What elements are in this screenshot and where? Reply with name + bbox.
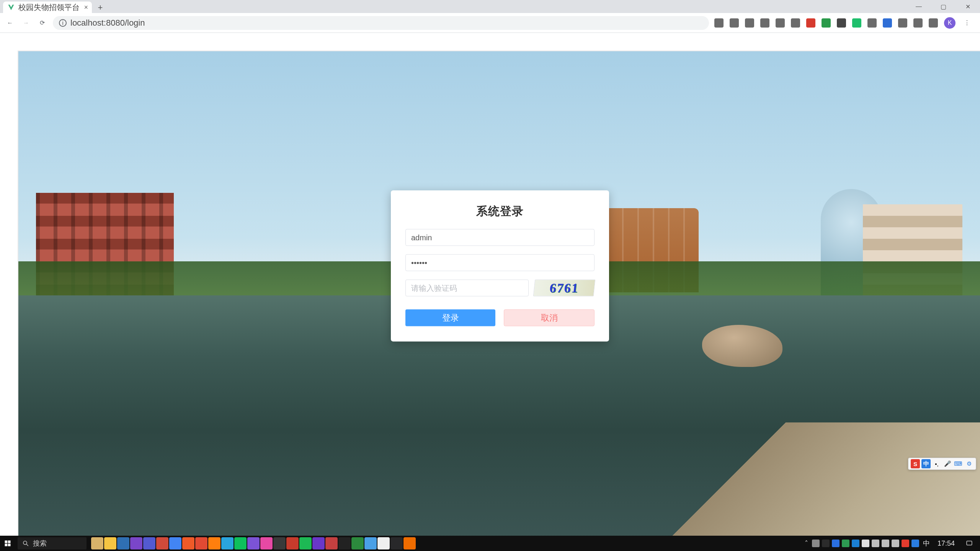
- extension-icon[interactable]: [714, 18, 724, 28]
- taskbar-app-icon[interactable]: [312, 537, 325, 549]
- window-close-button[interactable]: ✕: [956, 0, 980, 13]
- extension-icon[interactable]: [806, 18, 815, 28]
- extension-icon[interactable]: [760, 18, 769, 28]
- taskbar-app-icon[interactable]: [260, 537, 273, 549]
- password-input[interactable]: [405, 254, 595, 271]
- ime-floating-bar[interactable]: S 中 •, 🎤 ⌨ ⚙: [908, 458, 976, 470]
- username-input[interactable]: [405, 229, 595, 246]
- extension-icon[interactable]: [852, 18, 861, 28]
- ime-keyboard-icon[interactable]: ⌨: [954, 459, 963, 468]
- tray-icon[interactable]: [852, 540, 859, 547]
- taskbar-app-icon[interactable]: [208, 537, 220, 549]
- login-card: 系统登录 6761 登录 取消: [391, 191, 609, 342]
- tray-icon[interactable]: [892, 540, 899, 547]
- tray-icon[interactable]: [812, 540, 820, 547]
- browser-toolbar: ← → ⟳ i localhost:8080/login K ⋮: [0, 13, 980, 33]
- extension-icon[interactable]: [791, 18, 800, 28]
- new-tab-button[interactable]: +: [95, 2, 106, 13]
- window-controls: — ▢ ✕: [906, 0, 980, 13]
- login-button[interactable]: 登录: [405, 310, 495, 326]
- taskbar-clock[interactable]: 17:54: [934, 540, 959, 548]
- taskbar-app-icon[interactable]: [325, 537, 338, 549]
- notification-center-icon[interactable]: [962, 536, 976, 551]
- taskbar-app-icon[interactable]: [247, 537, 260, 549]
- taskbar-app-icon[interactable]: [234, 537, 247, 549]
- taskbar-app-icon[interactable]: [182, 537, 194, 549]
- cancel-button[interactable]: 取消: [504, 310, 595, 326]
- page-viewport[interactable]: 系统登录 6761 登录 取消 S 中 •, 🎤 ⌨ ⚙: [0, 33, 980, 536]
- svg-rect-2: [5, 544, 8, 546]
- ime-punct-icon[interactable]: •,: [932, 459, 941, 468]
- login-title: 系统登录: [405, 204, 595, 219]
- tray-icon[interactable]: [872, 540, 879, 547]
- extension-icon[interactable]: [745, 18, 754, 28]
- taskbar-app-icon[interactable]: [117, 537, 129, 549]
- captcha-image[interactable]: 6761: [533, 280, 596, 297]
- extension-icon[interactable]: [730, 18, 739, 28]
- taskbar-app-icon[interactable]: [221, 537, 234, 549]
- tab-close-icon[interactable]: ×: [84, 3, 88, 11]
- taskbar-app-icon[interactable]: [130, 537, 142, 549]
- taskbar-app-icon[interactable]: [104, 537, 116, 549]
- svg-rect-1: [8, 541, 11, 543]
- taskbar-app-icon[interactable]: [286, 537, 299, 549]
- ime-settings-icon[interactable]: ⚙: [964, 459, 973, 468]
- tray-icon[interactable]: [832, 540, 840, 547]
- taskbar-app-icon[interactable]: [169, 537, 181, 549]
- taskbar-search-placeholder: 搜索: [33, 539, 47, 548]
- tray-icon[interactable]: [842, 540, 849, 547]
- tray-icon[interactable]: [882, 540, 889, 547]
- taskbar-app-icon[interactable]: [364, 537, 377, 549]
- extensions-menu-icon[interactable]: [898, 18, 907, 28]
- ime-logo-icon[interactable]: S: [911, 459, 920, 468]
- taskbar-app-icon[interactable]: [143, 537, 155, 549]
- captcha-input[interactable]: [405, 280, 529, 297]
- taskbar-app-icon[interactable]: [403, 537, 416, 549]
- taskbar-app-icon[interactable]: [338, 537, 351, 549]
- window-minimize-button[interactable]: —: [906, 0, 931, 13]
- extension-icon[interactable]: [883, 18, 892, 28]
- tray-icon[interactable]: [911, 540, 919, 547]
- extension-row: K ⋮: [714, 17, 975, 29]
- tray-icon[interactable]: [822, 540, 830, 547]
- taskbar: 搜索 ˄ 中 17:54: [0, 536, 980, 551]
- address-bar[interactable]: i localhost:8080/login: [53, 16, 709, 30]
- window-maximize-button[interactable]: ▢: [931, 0, 956, 13]
- profile-avatar[interactable]: K: [944, 17, 956, 29]
- extension-icon[interactable]: [776, 18, 785, 28]
- taskbar-app-icon[interactable]: [390, 537, 403, 549]
- tray-icon[interactable]: [902, 540, 909, 547]
- button-row: 登录 取消: [405, 310, 595, 326]
- address-text: localhost:8080/login: [70, 18, 145, 28]
- ime-lang-toggle[interactable]: 中: [921, 459, 931, 468]
- nav-forward-button[interactable]: →: [21, 18, 31, 28]
- sidepanel-icon[interactable]: [929, 18, 938, 28]
- site-info-icon[interactable]: i: [59, 19, 67, 27]
- nav-back-button[interactable]: ←: [5, 18, 15, 28]
- page-background: 系统登录 6761 登录 取消: [18, 51, 980, 536]
- tray-chevron-icon[interactable]: ˄: [805, 539, 808, 548]
- search-icon: [22, 540, 29, 547]
- taskbar-app-icon[interactable]: [91, 537, 103, 549]
- taskbar-app-icon[interactable]: [377, 537, 390, 549]
- taskbar-app-icon[interactable]: [195, 537, 207, 549]
- extension-icon[interactable]: [822, 18, 831, 28]
- browser-menu-icon[interactable]: ⋮: [962, 18, 972, 28]
- taskbar-app-icon[interactable]: [273, 537, 286, 549]
- taskbar-app-icon[interactable]: [156, 537, 168, 549]
- svg-rect-3: [8, 544, 11, 546]
- download-icon[interactable]: [913, 18, 923, 28]
- tab-title: 校园失物招领平台: [18, 2, 80, 13]
- start-button[interactable]: [0, 536, 15, 551]
- extension-icon[interactable]: [867, 18, 877, 28]
- ime-voice-icon[interactable]: 🎤: [943, 459, 952, 468]
- tray-ime-indicator[interactable]: 中: [923, 539, 930, 548]
- windows-logo-icon: [4, 540, 11, 547]
- taskbar-app-icon[interactable]: [299, 537, 312, 549]
- nav-reload-button[interactable]: ⟳: [37, 18, 47, 28]
- tray-icon[interactable]: [862, 540, 869, 547]
- taskbar-search[interactable]: 搜索: [18, 537, 87, 549]
- browser-tab[interactable]: 校园失物招领平台 ×: [3, 2, 92, 13]
- taskbar-app-icon[interactable]: [351, 537, 364, 549]
- extension-icon[interactable]: [837, 18, 846, 28]
